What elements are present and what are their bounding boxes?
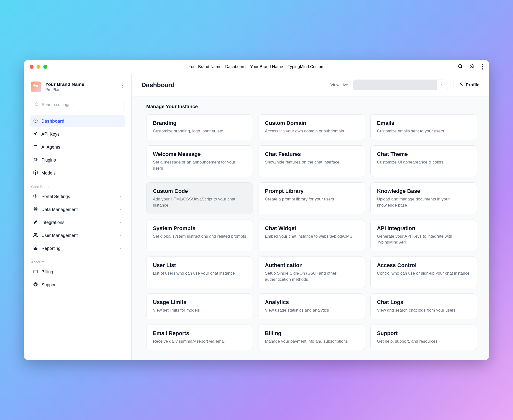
svg-point-10 <box>34 207 37 209</box>
svg-point-19 <box>461 83 462 84</box>
card-usage-limits[interactable]: Usage LimitsView set limits for models <box>146 293 253 319</box>
card-description: Manage your payment info and subscriptio… <box>265 338 358 345</box>
minimize-window-button[interactable] <box>37 65 40 69</box>
card-emails[interactable]: EmailsCustomize emails sent to your user… <box>370 114 477 140</box>
card-description: Access via your own domain or subdomain <box>265 128 358 134</box>
card-description: Customize emails sent to your users <box>377 128 470 134</box>
profile-label: Profile <box>466 82 479 88</box>
card-description: Generate your API Keys to integrate with… <box>377 233 470 245</box>
users-icon <box>33 233 38 239</box>
card-chat-logs[interactable]: Chat LogsView and search chat logs from … <box>370 293 477 319</box>
view-live-dropdown[interactable] <box>353 80 448 90</box>
nav-label: Dashboard <box>41 119 64 124</box>
robot-icon <box>33 144 38 150</box>
nav-label: Models <box>41 171 56 176</box>
nav-label: Integrations <box>41 220 64 225</box>
extensions-icon[interactable] <box>470 64 475 70</box>
svg-point-5 <box>34 134 36 135</box>
user-icon <box>459 82 464 88</box>
card-custom-code[interactable]: Custom CodeAdd your HTML/CSS/JavaScript … <box>146 182 253 214</box>
card-title: Emails <box>377 120 470 126</box>
card-description: Create a prompt library for your users <box>265 196 358 202</box>
card-email-reports[interactable]: Email ReportsReceive daily summary repor… <box>146 325 253 350</box>
card-title: API Integration <box>377 225 470 232</box>
view-live-label: View Live: <box>330 82 349 87</box>
nav-user-management[interactable]: User Management <box>30 230 125 242</box>
close-window-button[interactable] <box>30 65 34 69</box>
search-icon <box>34 102 39 108</box>
card-access-control[interactable]: Access ControlControl who can use or sig… <box>370 257 477 288</box>
card-authentication[interactable]: AuthenticationSetup Single Sign-On (SSO)… <box>258 257 365 288</box>
card-description: Control who can use or sign-up your chat… <box>377 270 470 277</box>
card-title: Knowledge Base <box>377 188 470 194</box>
card-title: Analytics <box>265 299 358 305</box>
database-icon <box>33 207 38 213</box>
settings-search[interactable] <box>31 99 124 110</box>
main-content: Dashboard View Live: Profile <box>132 74 489 360</box>
card-support[interactable]: SupportGet help, support, and resources <box>370 325 477 350</box>
card-title: Chat Logs <box>377 299 470 305</box>
nav-support[interactable]: Support <box>30 279 125 291</box>
card-chat-theme[interactable]: Chat ThemeCustomize UI appeareance & col… <box>370 145 477 177</box>
nav-api-keys[interactable]: API Keys <box>30 128 125 140</box>
card-user-list[interactable]: User ListList of users who can use your … <box>146 257 253 288</box>
card-description: Show/hide features on the chat interface <box>265 159 358 165</box>
more-menu-button[interactable] <box>482 64 483 70</box>
nav-label: Reporting <box>41 246 61 251</box>
chevron-right-icon <box>119 207 122 212</box>
svg-rect-14 <box>36 247 36 249</box>
chevron-right-icon <box>119 246 122 251</box>
nav-integrations[interactable]: Integrations <box>30 217 125 229</box>
svg-point-7 <box>35 147 35 147</box>
nav-label: AI Agents <box>41 145 60 150</box>
card-branding[interactable]: BrandingCustomize branding, logo, banner… <box>146 114 253 140</box>
card-title: Chat Widget <box>265 225 358 232</box>
maximize-window-button[interactable] <box>43 65 47 69</box>
search-input[interactable] <box>42 102 121 107</box>
section-account: Account <box>28 255 127 266</box>
nav-label: Portal Settings <box>41 194 70 199</box>
brand-switcher[interactable]: Your Brand Name Pro Plan <box>28 80 127 97</box>
nav-models[interactable]: Models <box>30 167 125 179</box>
card-chat-widget[interactable]: Chat WidgetEmbed your chat instance to w… <box>258 220 365 251</box>
view-live-url-placeholder <box>354 80 437 90</box>
card-billing[interactable]: BillingManage your payment info and subs… <box>258 325 365 350</box>
card-title: Branding <box>153 120 246 126</box>
card-title: Prompt Library <box>265 188 358 194</box>
card-description: List of users who can use your chat inst… <box>153 270 246 277</box>
nav-reporting[interactable]: Reporting <box>30 243 125 255</box>
card-system-prompts[interactable]: System PromptsSet global system instruct… <box>146 220 253 251</box>
profile-button[interactable]: Profile <box>459 82 479 88</box>
nav-billing[interactable]: Billing <box>30 266 125 278</box>
card-knowledge-base[interactable]: Knowledge BaseUpload and manage document… <box>370 182 477 214</box>
card-analytics[interactable]: AnalyticsView usage statistics and analy… <box>258 293 365 319</box>
nav-data-management[interactable]: Data Management <box>30 204 125 216</box>
divider <box>453 81 453 89</box>
nav-plugins[interactable]: Plugins <box>30 154 125 166</box>
card-welcome-message[interactable]: Welcome MessageSet a message or an annou… <box>146 145 253 177</box>
card-description: Receive daily summary report via email <box>153 338 246 345</box>
svg-point-11 <box>34 233 36 235</box>
card-custom-domain[interactable]: Custom DomainAccess via your own domain … <box>258 114 365 140</box>
cards-grid: BrandingCustomize branding, logo, banner… <box>146 114 477 350</box>
card-api-integration[interactable]: API IntegrationGenerate your API Keys to… <box>370 220 477 251</box>
card-title: Custom Domain <box>265 120 358 126</box>
nav-label: Plugins <box>41 158 56 163</box>
card-title: Welcome Message <box>153 151 246 157</box>
card-description: Upload and manage documents in your know… <box>377 196 470 208</box>
nav-ai-agents[interactable]: AI Agents <box>30 141 125 153</box>
updown-chevron-icon <box>121 85 124 89</box>
card-title: System Prompts <box>153 225 246 232</box>
card-title: Email Reports <box>153 330 246 337</box>
svg-line-3 <box>38 105 39 106</box>
card-description: Set a message or an announcement for you… <box>153 159 246 171</box>
nav-portal-settings[interactable]: Portal Settings <box>30 191 125 203</box>
primary-nav: Dashboard API Keys AI Agents Plugins Mod… <box>28 115 127 179</box>
card-title: Access Control <box>377 262 470 268</box>
card-prompt-library[interactable]: Prompt LibraryCreate a prompt library fo… <box>258 182 365 214</box>
key-icon <box>33 131 38 137</box>
search-icon[interactable] <box>458 64 463 70</box>
nav-dashboard[interactable]: Dashboard <box>30 115 125 127</box>
card-chat-features[interactable]: Chat FeaturesShow/hide features on the c… <box>258 145 365 177</box>
card-title: Authentication <box>265 262 358 268</box>
